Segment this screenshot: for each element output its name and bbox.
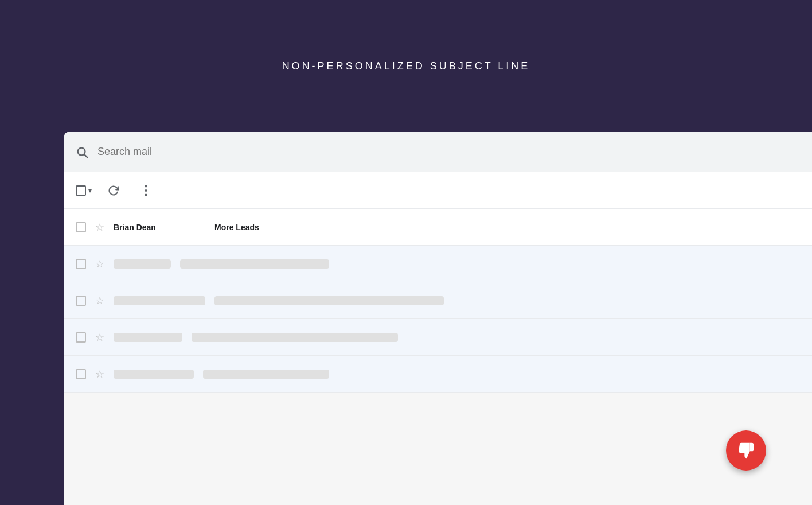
star-icon[interactable]: ☆ [95,331,104,344]
row-checkbox[interactable] [76,259,86,269]
blurred-sender [114,259,171,269]
star-icon[interactable]: ☆ [95,368,104,380]
email-row[interactable]: ☆ [64,246,812,282]
email-row[interactable]: ☆ [64,319,812,356]
chevron-down-icon: ▾ [88,187,92,195]
sender-name: Brian Dean [114,223,205,232]
svg-line-1 [84,154,87,157]
subject-text: More Leads [214,223,259,232]
blurred-subject [214,296,444,305]
row-checkbox[interactable] [76,296,86,306]
blurred-subject [192,333,398,342]
gmail-panel: ▾ ☆ Brian Dean More Leads ☆ [64,132,812,505]
email-row[interactable]: ☆ [64,356,812,393]
thumbs-down-button[interactable] [726,430,766,471]
blurred-sender [114,370,194,379]
row-checkbox[interactable] [76,332,86,343]
svg-point-4 [145,193,147,196]
page-title-area: NON-PERSONALIZED SUBJECT LINE [0,0,812,132]
toolbar: ▾ [64,172,812,209]
svg-point-2 [145,185,147,187]
email-row[interactable]: ☆ Brian Dean More Leads [64,209,812,246]
checkbox-box-icon [76,185,86,196]
star-icon[interactable]: ☆ [95,294,104,307]
email-list: ☆ Brian Dean More Leads ☆ ☆ ☆ [64,209,812,393]
svg-point-3 [145,189,147,192]
refresh-button[interactable] [103,180,124,201]
blurred-subject [203,370,329,379]
search-bar [64,132,812,172]
more-vert-icon [145,185,147,196]
email-row[interactable]: ☆ [64,282,812,319]
star-icon[interactable]: ☆ [95,258,104,270]
refresh-icon [108,185,119,196]
thumbs-down-icon [737,441,755,460]
more-options-button[interactable] [135,180,156,201]
search-input[interactable] [97,146,801,158]
row-checkbox[interactable] [76,369,86,379]
blurred-sender [114,333,182,342]
page-title: NON-PERSONALIZED SUBJECT LINE [282,60,530,72]
blurred-subject [180,259,329,269]
select-all-checkbox[interactable]: ▾ [76,185,92,196]
star-icon[interactable]: ☆ [95,221,104,234]
blurred-sender [114,296,205,305]
row-checkbox[interactable] [76,222,86,232]
search-icon [76,146,88,158]
